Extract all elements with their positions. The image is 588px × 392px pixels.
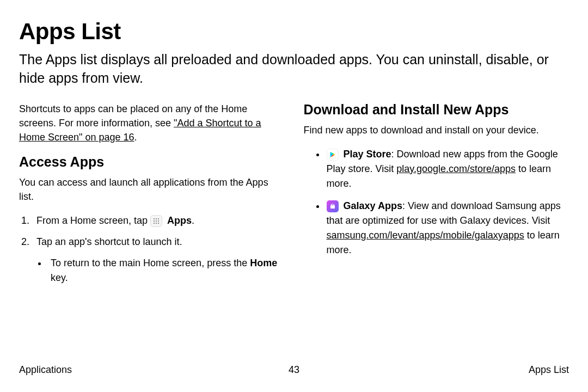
step-1-apps-label: Apps [167,215,192,226]
page-title: Apps List [19,19,569,44]
page-footer: Applications 43 Apps List [19,364,569,376]
left-column: Shortcuts to apps can be placed on any o… [19,102,285,292]
step-2-sub-list: To return to the main Home screen, press… [36,256,285,285]
step-2-sub-prefix: To return to the main Home screen, press… [51,258,250,268]
access-apps-steps: From a Home screen, tap Apps. Tap an app… [19,213,285,285]
galaxy-apps-link[interactable]: samsung.com/levant/apps/mobile/galaxyapp… [327,230,524,241]
step-2-text: Tap an app's shortcut to launch it. [36,236,182,247]
download-apps-list: Play Store: Download new apps from the G… [304,147,569,258]
download-install-intro: Find new apps to download and install on… [304,123,569,137]
play-store-label: Play Store [344,149,391,160]
step-2-sub-suffix: key. [51,272,68,283]
access-apps-intro: You can access and launch all applicatio… [19,175,285,204]
shortcuts-text-suffix: . [134,132,137,143]
apps-grid-icon [150,215,162,227]
step-2-sub-1: To return to the main Home screen, press… [47,256,285,285]
step-1-suffix: . [192,215,194,226]
step-2-home-label: Home [250,258,277,268]
shortcuts-paragraph: Shortcuts to apps can be placed on any o… [19,102,285,144]
galaxy-apps-item: Galaxy Apps: View and download Samsung a… [326,199,569,258]
footer-page-number: 43 [289,364,299,376]
play-store-icon [327,149,339,161]
step-2: Tap an app's shortcut to launch it. To r… [32,235,285,285]
footer-left: Applications [19,364,72,376]
content-columns: Shortcuts to apps can be placed on any o… [19,102,569,292]
access-apps-heading: Access Apps [19,154,285,170]
footer-right: Apps List [529,364,569,376]
download-install-heading: Download and Install New Apps [304,102,569,118]
right-column: Download and Install New Apps Find new a… [304,102,569,292]
page-intro: The Apps list displays all preloaded and… [19,51,569,88]
play-store-item: Play Store: Download new apps from the G… [326,147,569,191]
step-1-prefix: From a Home screen, tap [36,215,150,226]
step-1: From a Home screen, tap Apps. [32,213,285,228]
play-store-link[interactable]: play.google.com/store/apps [396,163,516,174]
galaxy-apps-label: Galaxy Apps [344,200,402,211]
galaxy-apps-icon [327,200,339,212]
